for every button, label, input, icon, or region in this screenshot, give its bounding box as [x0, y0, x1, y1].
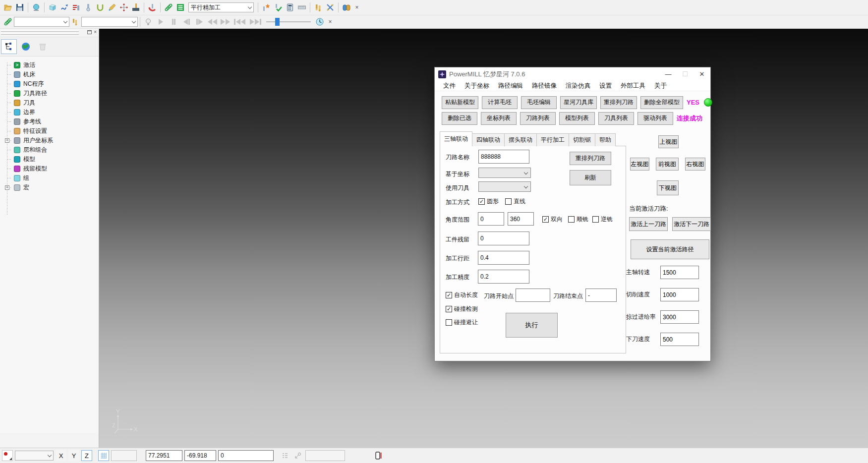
angle-from-input[interactable] [478, 212, 504, 226]
nc-program-icon[interactable] [70, 1, 82, 13]
collision-avoid-checkbox[interactable]: ✓ 碰撞避让 [446, 318, 478, 327]
execute-button[interactable]: 执行 [506, 313, 558, 338]
activate-next-toolpath-button[interactable]: 激活下一刀路 [672, 217, 711, 231]
workplane-dropdown[interactable] [15, 451, 54, 461]
toolpath-list-icon[interactable] [174, 1, 186, 13]
marker-button[interactable] [2, 450, 13, 461]
toolpath-name-input[interactable] [478, 150, 529, 164]
clock-icon[interactable] [314, 16, 326, 28]
speed-slider[interactable] [266, 17, 311, 27]
view-bottom-button[interactable]: 下视图 [657, 180, 679, 195]
dialog-tab[interactable]: 平行加工 [536, 133, 569, 146]
axis-x-button[interactable]: X [56, 450, 66, 461]
minimize-button[interactable]: — [660, 67, 677, 81]
calculator-icon[interactable] [284, 1, 296, 13]
simulation-icon[interactable] [146, 1, 158, 13]
pause-button[interactable] [167, 17, 180, 27]
maximize-button[interactable]: ☐ [677, 67, 694, 81]
ruler-icon[interactable] [296, 1, 308, 13]
transform-icon[interactable] [324, 1, 336, 13]
grid-size-input[interactable] [111, 450, 137, 461]
tree-item[interactable]: + 组 [0, 174, 99, 183]
dialog-titlebar[interactable]: PowerMILL 忆梦星河 7.0.6 — ☐ ✕ [435, 67, 710, 81]
line-mode-checkbox[interactable]: ✓ 直线 [505, 197, 525, 206]
menu-item[interactable]: 路径编辑 [494, 82, 527, 90]
menu-item[interactable]: 关于 [650, 82, 671, 90]
explorer-tree-tab[interactable] [1, 39, 17, 54]
play-button[interactable] [154, 17, 167, 27]
strategy-preset-dropdown[interactable]: 平行精加工 [188, 2, 254, 12]
expand-icon[interactable]: + [5, 138, 9, 143]
tree-item[interactable]: + 边界 [0, 108, 99, 117]
stepover-input[interactable] [478, 251, 529, 265]
stock-model-icon[interactable] [130, 1, 142, 13]
menu-item[interactable]: 路径镜像 [527, 82, 561, 90]
action-button[interactable]: 毛坯编辑 [521, 96, 557, 109]
refresh-button[interactable]: 刷新 [570, 170, 611, 185]
stock-allowance-input[interactable] [478, 232, 529, 245]
action-button[interactable]: 驱动列表 [637, 112, 673, 125]
toolpath-select-dropdown[interactable] [14, 17, 69, 27]
use-tool-select[interactable] [478, 181, 531, 192]
tool-select-dropdown[interactable] [81, 17, 138, 27]
set-active-path-button[interactable]: 设置当前激活路径 [631, 239, 709, 259]
axis-z-button[interactable]: Z [81, 450, 92, 461]
sphere-icon[interactable] [30, 1, 42, 13]
pattern-icon[interactable] [106, 1, 118, 13]
action-button[interactable]: 星河刀具库 [560, 96, 597, 109]
tree-item[interactable]: + 宏 [0, 183, 99, 192]
strategies-icon[interactable] [58, 1, 70, 13]
toolpath-spring-icon[interactable] [163, 1, 174, 13]
action-button[interactable]: 刀具列表 [598, 112, 634, 125]
rewind-button[interactable] [206, 17, 219, 27]
end-point-input[interactable] [585, 289, 617, 302]
activate-prev-toolpath-button[interactable]: 激活上一刀路 [629, 217, 668, 231]
compare-icon[interactable] [341, 1, 352, 13]
go-start-button[interactable] [231, 17, 247, 27]
coord-x-input[interactable]: 77.2951 [146, 450, 182, 461]
both-direction-checkbox[interactable]: ✓ 双向 [542, 215, 563, 224]
menu-item[interactable]: 关于坐标 [460, 82, 494, 90]
climb-mill-checkbox[interactable]: ✓ 顺铣 [568, 215, 588, 224]
auto-length-checkbox[interactable]: ✓ 自动长度 [446, 291, 478, 299]
menu-item[interactable]: 文件 [439, 82, 460, 90]
speed-input[interactable] [660, 333, 699, 346]
tree-item[interactable]: + 刀具 [0, 98, 99, 108]
start-point-input[interactable] [516, 289, 550, 302]
block-icon[interactable] [47, 1, 58, 13]
speed-input[interactable] [660, 310, 699, 324]
action-button[interactable]: 重排列刀路 [600, 96, 637, 109]
view-top-button[interactable]: 上视图 [658, 135, 679, 148]
conventional-mill-checkbox[interactable]: ✓ 逆铣 [592, 215, 613, 224]
tool-pair-icon[interactable] [312, 1, 324, 13]
dialog-tab[interactable]: 三轴联动 [440, 131, 472, 146]
locate-point-icon[interactable] [292, 450, 303, 461]
toolbar-close-button[interactable]: × [352, 3, 361, 12]
rearrange-toolpaths-button[interactable]: 重排列刀路 [570, 152, 611, 165]
dialog-tab[interactable]: 帮助 [595, 133, 616, 146]
view-left-button[interactable]: 左视图 [630, 158, 649, 171]
phone-icon[interactable] [373, 450, 384, 461]
action-button[interactable]: 计算毛坯 [482, 96, 518, 109]
axis-y-button[interactable]: Y [68, 450, 79, 461]
base-coord-select[interactable] [478, 168, 531, 178]
tree-item[interactable]: + > 激活 [0, 60, 99, 70]
step-forward-button[interactable] [193, 17, 206, 27]
verify-icon[interactable] [272, 1, 284, 13]
speed-input[interactable] [660, 266, 699, 279]
tree-item[interactable]: + 模型 [0, 155, 99, 164]
boundary-icon[interactable] [94, 1, 106, 13]
coord-y-input[interactable]: -69.918 [184, 450, 216, 461]
action-button[interactable]: 模型列表 [559, 112, 595, 125]
view-right-button[interactable]: 右视图 [685, 158, 705, 171]
dialog-tab[interactable]: 摆头联动 [504, 133, 537, 146]
step-back-button[interactable] [180, 17, 193, 27]
speed-input[interactable] [660, 288, 699, 301]
float-panel-icon[interactable] [87, 30, 92, 34]
action-button[interactable]: 粘贴新模型 [442, 96, 478, 109]
menu-item[interactable]: 设置 [595, 82, 616, 90]
collision-check-checkbox[interactable]: ✓ 碰撞检测 [446, 305, 478, 313]
dialog-tab[interactable]: 切割锯 [569, 133, 595, 146]
action-button[interactable]: 坐标列表 [481, 112, 517, 125]
tree-item[interactable]: + NC程序 [0, 79, 99, 89]
